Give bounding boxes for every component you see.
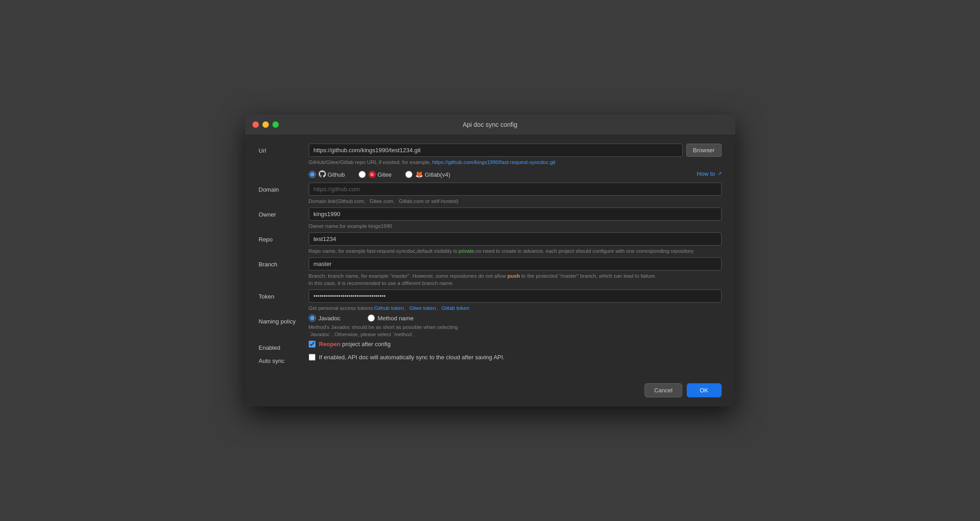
gitlab-icon: 🦊 — [415, 171, 423, 178]
url-row: Url Browser GitHub/Gitee/Gitlab repo URL… — [259, 144, 722, 180]
url-hint: GitHub/Gitee/Gitlab repo URL if existed,… — [309, 159, 722, 166]
naming-policy-content: Javadoc Method name Method's Javadoc sho… — [309, 314, 722, 338]
repo-row: Repo Repo name, for example fast-request… — [259, 232, 722, 255]
git-provider-group: Github G Gitee — [309, 170, 451, 179]
title-bar: Api doc sync config — [245, 115, 735, 135]
token-content: Get personal access tokens:Github token、… — [309, 289, 722, 312]
naming-policy-row: Naming policy Javadoc Method name Method… — [259, 314, 722, 338]
owner-input[interactable] — [309, 207, 722, 221]
domain-content: Domain link(Github.com、Gitee.com、Gitlab.… — [309, 183, 722, 205]
footer-buttons: Cancel OK — [245, 376, 735, 406]
gitlab-label: 🦊 Gitlab(v4) — [415, 171, 450, 178]
form-body: Url Browser GitHub/Gitee/Gitlab repo URL… — [245, 135, 735, 376]
method-name-radio[interactable] — [368, 314, 375, 322]
gitee-token-link[interactable]: Gitee token — [409, 305, 436, 311]
traffic-lights — [252, 121, 279, 128]
javadoc-radio-item[interactable]: Javadoc — [309, 314, 340, 322]
url-input-row: Browser — [309, 144, 722, 157]
enabled-label: Enabled — [259, 341, 309, 351]
domain-label: Domain — [259, 183, 309, 193]
how-to-link[interactable]: How to ↗ — [697, 170, 721, 177]
api-doc-sync-dialog: Api doc sync config Url Browser GitHub/G… — [245, 115, 735, 407]
enabled-row: Enabled Reopen project after config — [259, 341, 722, 351]
owner-content: Owner name,for example kings1990 — [309, 207, 722, 230]
repo-input[interactable] — [309, 232, 722, 246]
auto-sync-checkbox-row: If enabled, API doc will automatically s… — [309, 354, 722, 361]
javadoc-radio[interactable] — [309, 314, 316, 322]
gitee-radio-item[interactable]: G Gitee — [359, 171, 392, 178]
branch-hint-prefix: Branch: branch name, for example "master… — [309, 273, 508, 279]
close-button[interactable] — [252, 121, 259, 128]
gitlab-radio-item[interactable]: 🦊 Gitlab(v4) — [405, 171, 450, 178]
javadoc-label: Javadoc — [319, 315, 340, 322]
method-name-radio-item[interactable]: Method name — [368, 314, 414, 322]
branch-hint: Branch: branch name, for example "master… — [309, 272, 722, 287]
github-radio[interactable] — [309, 171, 316, 178]
naming-policy-label: Naming policy — [259, 314, 309, 325]
branch-content: Branch: branch name, for example "master… — [309, 257, 722, 287]
domain-hint: Domain link(Github.com、Gitee.com、Gitlab.… — [309, 198, 722, 205]
owner-row: Owner Owner name,for example kings1990 — [259, 207, 722, 230]
how-to-arrow-icon: ↗ — [718, 171, 722, 177]
reopen-text: Reopen — [319, 341, 341, 347]
github-token-link[interactable]: Github token — [374, 305, 404, 311]
gitlab-radio[interactable] — [405, 171, 412, 178]
ok-button[interactable]: OK — [687, 383, 722, 397]
repo-content: Repo name, for example fast-request-sync… — [309, 232, 722, 255]
enabled-suffix: project after config — [340, 341, 391, 347]
github-radio-item[interactable]: Github — [309, 170, 345, 179]
gitee-icon: G — [369, 171, 376, 178]
owner-label: Owner — [259, 207, 309, 218]
gitee-radio[interactable] — [359, 171, 366, 178]
domain-input[interactable] — [309, 183, 722, 196]
token-row: Token Get personal access tokens:Github … — [259, 289, 722, 312]
repo-hint-prefix: Repo name, for example fast-request-sync… — [309, 248, 459, 254]
token-input[interactable] — [309, 289, 722, 303]
url-input[interactable] — [309, 144, 683, 157]
dialog-title: Api doc sync config — [463, 121, 518, 128]
url-hint-prefix: GitHub/Gitee/Gitlab repo URL if existed,… — [309, 159, 432, 165]
naming-policy-options: Javadoc Method name — [309, 314, 722, 322]
method-name-label: Method name — [378, 315, 414, 322]
repo-hint: Repo name, for example fast-request-sync… — [309, 247, 722, 255]
token-label: Token — [259, 289, 309, 300]
branch-input[interactable] — [309, 257, 722, 270]
branch-push-text: push — [507, 273, 519, 279]
domain-row: Domain Domain link(Github.com、Gitee.com、… — [259, 183, 722, 205]
token-hint: Get personal access tokens:Github token、… — [309, 304, 722, 312]
url-content: Browser GitHub/Gitee/Gitlab repo URL if … — [309, 144, 722, 180]
repo-private-text: private — [459, 248, 475, 254]
enabled-checkbox-label: Reopen project after config — [319, 341, 391, 347]
auto-sync-row: Auto sync If enabled, API doc will autom… — [259, 354, 722, 364]
owner-hint: Owner name,for example kings1990 — [309, 222, 722, 230]
auto-sync-content: If enabled, API doc will automatically s… — [309, 354, 722, 361]
branch-row: Branch Branch: branch name, for example … — [259, 257, 722, 287]
url-hint-link[interactable]: https://github.com/kings1990/fast-reques… — [432, 159, 556, 165]
branch-label: Branch — [259, 257, 309, 268]
repo-hint-suffix: ,no need to create in advance, each proj… — [474, 248, 694, 254]
cancel-button[interactable]: Cancel — [645, 383, 682, 397]
enabled-content: Reopen project after config — [309, 341, 722, 347]
auto-sync-hint: If enabled, API doc will automatically s… — [319, 354, 505, 361]
gitlab-token-link[interactable]: Gitlab token — [441, 305, 469, 311]
enabled-checkbox[interactable] — [309, 341, 315, 347]
naming-policy-hint: Method's Javadoc should be as short as p… — [309, 323, 722, 338]
browser-button[interactable]: Browser — [686, 144, 722, 157]
github-label: Github — [319, 170, 345, 179]
repo-label: Repo — [259, 232, 309, 243]
git-provider-row: Github G Gitee — [309, 168, 722, 180]
minimize-button[interactable] — [262, 121, 269, 128]
url-label: Url — [259, 144, 309, 154]
auto-sync-label: Auto sync — [259, 354, 309, 364]
gitee-label: G Gitee — [369, 171, 392, 178]
auto-sync-checkbox[interactable] — [309, 354, 315, 361]
maximize-button[interactable] — [272, 121, 279, 128]
github-icon — [319, 170, 326, 179]
enabled-checkbox-row: Reopen project after config — [309, 341, 722, 347]
token-hint-prefix: Get personal access tokens: — [309, 305, 374, 311]
